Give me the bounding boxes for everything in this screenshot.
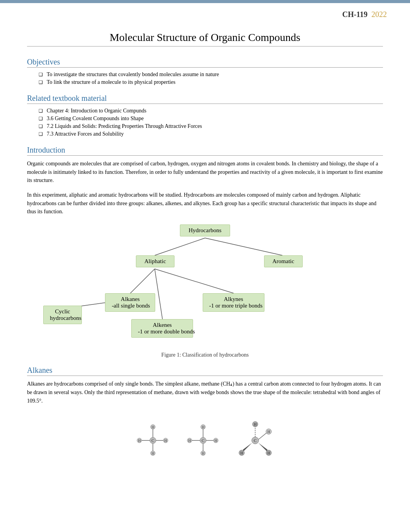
figure-caption: Figure 1: Classification of hydrocarbons <box>27 352 383 358</box>
box-alkynes: Alkynes -1 or more triple bonds <box>203 293 264 312</box>
textbook-list: Chapter 4: Introduction to Organic Compu… <box>27 108 383 137</box>
objective-item-2: To link the structure of a molecule to i… <box>39 79 383 85</box>
alkanes-text: Alkanes are hydrocarbons comprised of on… <box>27 380 383 405</box>
svg-text:H: H <box>240 451 243 455</box>
svg-marker-39 <box>243 443 252 451</box>
box-cyclic: Cyclic hydrocarbons <box>43 306 82 324</box>
alkanes-section: Alkanes Alkanes are hydrocarbons compris… <box>27 366 383 405</box>
intro-para-1: Organic compounds are molecules that are… <box>27 160 383 185</box>
svg-text:H: H <box>151 425 154 429</box>
svg-line-0 <box>155 238 205 255</box>
svg-text:H: H <box>188 439 191 443</box>
svg-text:H: H <box>164 439 167 443</box>
box-alkenes: Alkenes -1 or more double bonds <box>131 319 193 338</box>
svg-text:C: C <box>202 438 204 443</box>
svg-text:C: C <box>254 438 256 443</box>
svg-line-45 <box>259 433 267 439</box>
objective-item-1: To investigate the structures that coval… <box>39 71 383 78</box>
svg-text:H: H <box>202 425 204 429</box>
intro-para-2: In this experiment, aliphatic and aromat… <box>27 191 383 216</box>
svg-marker-42 <box>258 443 268 451</box>
diagram-lines <box>27 224 383 348</box>
box-aromatic: Aromatic <box>264 255 303 267</box>
methane-svg-1: C H H H H <box>136 423 170 458</box>
svg-line-2 <box>130 269 155 293</box>
svg-text:H: H <box>254 422 256 427</box>
svg-text:H: H <box>151 451 154 456</box>
box-alkanes: Alkanes -all single bonds <box>105 293 155 312</box>
svg-line-1 <box>205 238 282 255</box>
methane-diagrams: C H H H H <box>27 413 383 467</box>
year-label: 2022 <box>371 10 387 19</box>
introduction-section: Introduction Organic compounds are molec… <box>27 146 383 216</box>
objectives-section: Objectives To investigate the structures… <box>27 58 383 85</box>
header-top: CH-119 2022 <box>0 3 410 20</box>
textbook-section: Related textbook material Chapter 4: Int… <box>27 94 383 137</box>
svg-text:H: H <box>267 451 270 455</box>
svg-text:H: H <box>138 439 141 443</box>
textbook-item-4: 7.3 Attractive Forces and Solubility <box>39 131 383 137</box>
svg-text:H: H <box>214 439 217 443</box>
course-label: CH-119 <box>342 10 368 19</box>
hydrocarbon-diagram: Hydrocarbons Aliphatic Aromatic Alkanes … <box>27 224 383 348</box>
methane-svg-2: C H H H H <box>186 423 220 458</box>
svg-line-3 <box>155 269 163 319</box>
textbook-item-3: 7.2 Liquids and Solids: Predicting Prope… <box>39 123 383 129</box>
textbook-item-1: Chapter 4: Introduction to Organic Compu… <box>39 108 383 114</box>
textbook-item-2: 3.6 Getting Covalent Compounds into Shap… <box>39 116 383 122</box>
alkanes-heading: Alkanes <box>27 366 383 376</box>
page-title: Molecular Structure of Organic Compounds <box>27 31 383 47</box>
svg-text:C: C <box>151 438 154 443</box>
objectives-heading: Objectives <box>27 58 383 68</box>
methane-drawing-3: C H H H H <box>236 421 274 460</box>
header-bar <box>0 0 410 3</box>
box-aliphatic: Aliphatic <box>136 255 175 267</box>
box-hydrocarbons: Hydrocarbons <box>180 224 230 236</box>
svg-line-4 <box>155 269 234 293</box>
methane-drawing-2: C H H H H <box>186 423 220 458</box>
methane-drawing-1: C H H H H <box>136 423 170 458</box>
svg-text:H: H <box>202 451 204 456</box>
textbook-heading: Related textbook material <box>27 94 383 104</box>
objectives-list: To investigate the structures that coval… <box>27 71 383 85</box>
page-content: Molecular Structure of Organic Compounds… <box>0 20 410 487</box>
introduction-heading: Introduction <box>27 146 383 156</box>
methane-svg-3: C H H H H <box>236 421 274 460</box>
svg-text:H: H <box>267 430 270 434</box>
